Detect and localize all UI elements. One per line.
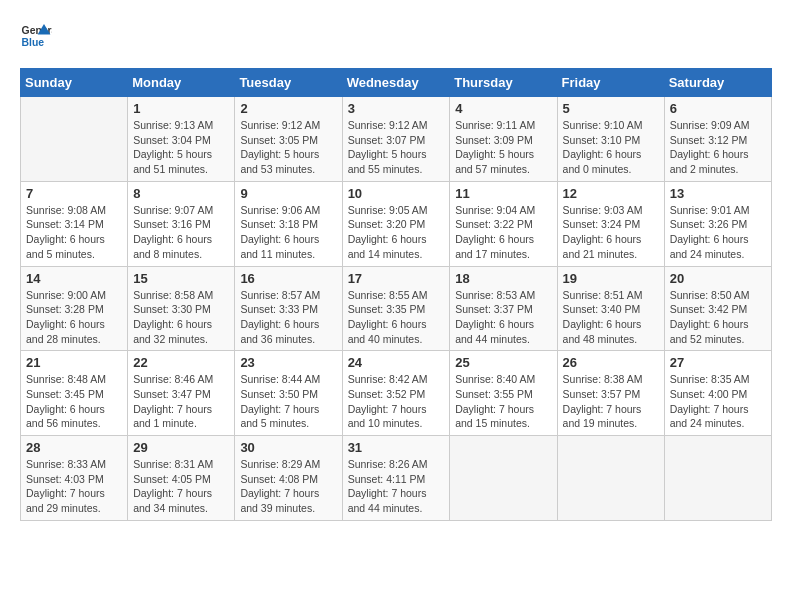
- day-number: 7: [26, 186, 122, 201]
- day-cell: 30Sunrise: 8:29 AMSunset: 4:08 PMDayligh…: [235, 436, 342, 521]
- day-info: Sunrise: 8:42 AMSunset: 3:52 PMDaylight:…: [348, 372, 445, 431]
- day-cell: [450, 436, 557, 521]
- week-row-2: 7Sunrise: 9:08 AMSunset: 3:14 PMDaylight…: [21, 181, 772, 266]
- day-number: 22: [133, 355, 229, 370]
- day-cell: 21Sunrise: 8:48 AMSunset: 3:45 PMDayligh…: [21, 351, 128, 436]
- day-info: Sunrise: 8:58 AMSunset: 3:30 PMDaylight:…: [133, 288, 229, 347]
- day-info: Sunrise: 8:55 AMSunset: 3:35 PMDaylight:…: [348, 288, 445, 347]
- day-number: 27: [670, 355, 766, 370]
- day-number: 20: [670, 271, 766, 286]
- day-cell: 7Sunrise: 9:08 AMSunset: 3:14 PMDaylight…: [21, 181, 128, 266]
- day-number: 2: [240, 101, 336, 116]
- day-info: Sunrise: 9:01 AMSunset: 3:26 PMDaylight:…: [670, 203, 766, 262]
- day-number: 25: [455, 355, 551, 370]
- day-info: Sunrise: 9:12 AMSunset: 3:07 PMDaylight:…: [348, 118, 445, 177]
- day-number: 1: [133, 101, 229, 116]
- day-info: Sunrise: 9:08 AMSunset: 3:14 PMDaylight:…: [26, 203, 122, 262]
- day-info: Sunrise: 8:48 AMSunset: 3:45 PMDaylight:…: [26, 372, 122, 431]
- day-cell: 3Sunrise: 9:12 AMSunset: 3:07 PMDaylight…: [342, 97, 450, 182]
- day-number: 19: [563, 271, 659, 286]
- day-cell: 18Sunrise: 8:53 AMSunset: 3:37 PMDayligh…: [450, 266, 557, 351]
- day-cell: 5Sunrise: 9:10 AMSunset: 3:10 PMDaylight…: [557, 97, 664, 182]
- day-number: 15: [133, 271, 229, 286]
- day-cell: 2Sunrise: 9:12 AMSunset: 3:05 PMDaylight…: [235, 97, 342, 182]
- day-number: 31: [348, 440, 445, 455]
- header-tuesday: Tuesday: [235, 69, 342, 97]
- day-cell: 28Sunrise: 8:33 AMSunset: 4:03 PMDayligh…: [21, 436, 128, 521]
- day-info: Sunrise: 9:10 AMSunset: 3:10 PMDaylight:…: [563, 118, 659, 177]
- day-number: 13: [670, 186, 766, 201]
- day-info: Sunrise: 8:38 AMSunset: 3:57 PMDaylight:…: [563, 372, 659, 431]
- day-info: Sunrise: 8:31 AMSunset: 4:05 PMDaylight:…: [133, 457, 229, 516]
- header-friday: Friday: [557, 69, 664, 97]
- day-number: 5: [563, 101, 659, 116]
- day-info: Sunrise: 8:51 AMSunset: 3:40 PMDaylight:…: [563, 288, 659, 347]
- day-cell: 31Sunrise: 8:26 AMSunset: 4:11 PMDayligh…: [342, 436, 450, 521]
- day-number: 23: [240, 355, 336, 370]
- day-info: Sunrise: 8:50 AMSunset: 3:42 PMDaylight:…: [670, 288, 766, 347]
- day-number: 11: [455, 186, 551, 201]
- calendar-body: 1Sunrise: 9:13 AMSunset: 3:04 PMDaylight…: [21, 97, 772, 521]
- day-number: 8: [133, 186, 229, 201]
- day-cell: 16Sunrise: 8:57 AMSunset: 3:33 PMDayligh…: [235, 266, 342, 351]
- header-saturday: Saturday: [664, 69, 771, 97]
- week-row-5: 28Sunrise: 8:33 AMSunset: 4:03 PMDayligh…: [21, 436, 772, 521]
- day-cell: 15Sunrise: 8:58 AMSunset: 3:30 PMDayligh…: [128, 266, 235, 351]
- day-cell: 13Sunrise: 9:01 AMSunset: 3:26 PMDayligh…: [664, 181, 771, 266]
- day-cell: 20Sunrise: 8:50 AMSunset: 3:42 PMDayligh…: [664, 266, 771, 351]
- day-info: Sunrise: 9:07 AMSunset: 3:16 PMDaylight:…: [133, 203, 229, 262]
- day-cell: 19Sunrise: 8:51 AMSunset: 3:40 PMDayligh…: [557, 266, 664, 351]
- day-number: 10: [348, 186, 445, 201]
- day-cell: [664, 436, 771, 521]
- day-info: Sunrise: 9:00 AMSunset: 3:28 PMDaylight:…: [26, 288, 122, 347]
- day-info: Sunrise: 9:06 AMSunset: 3:18 PMDaylight:…: [240, 203, 336, 262]
- day-cell: 11Sunrise: 9:04 AMSunset: 3:22 PMDayligh…: [450, 181, 557, 266]
- logo: General Blue: [20, 20, 52, 52]
- day-cell: [21, 97, 128, 182]
- day-cell: 9Sunrise: 9:06 AMSunset: 3:18 PMDaylight…: [235, 181, 342, 266]
- week-row-4: 21Sunrise: 8:48 AMSunset: 3:45 PMDayligh…: [21, 351, 772, 436]
- day-number: 26: [563, 355, 659, 370]
- day-cell: [557, 436, 664, 521]
- calendar-header-row: SundayMondayTuesdayWednesdayThursdayFrid…: [21, 69, 772, 97]
- day-number: 3: [348, 101, 445, 116]
- day-info: Sunrise: 8:33 AMSunset: 4:03 PMDaylight:…: [26, 457, 122, 516]
- day-cell: 24Sunrise: 8:42 AMSunset: 3:52 PMDayligh…: [342, 351, 450, 436]
- day-cell: 27Sunrise: 8:35 AMSunset: 4:00 PMDayligh…: [664, 351, 771, 436]
- day-cell: 25Sunrise: 8:40 AMSunset: 3:55 PMDayligh…: [450, 351, 557, 436]
- day-number: 21: [26, 355, 122, 370]
- page-header: General Blue: [20, 20, 772, 52]
- day-info: Sunrise: 8:29 AMSunset: 4:08 PMDaylight:…: [240, 457, 336, 516]
- day-number: 12: [563, 186, 659, 201]
- week-row-1: 1Sunrise: 9:13 AMSunset: 3:04 PMDaylight…: [21, 97, 772, 182]
- day-cell: 12Sunrise: 9:03 AMSunset: 3:24 PMDayligh…: [557, 181, 664, 266]
- day-cell: 29Sunrise: 8:31 AMSunset: 4:05 PMDayligh…: [128, 436, 235, 521]
- day-cell: 14Sunrise: 9:00 AMSunset: 3:28 PMDayligh…: [21, 266, 128, 351]
- day-number: 18: [455, 271, 551, 286]
- day-info: Sunrise: 8:26 AMSunset: 4:11 PMDaylight:…: [348, 457, 445, 516]
- day-cell: 6Sunrise: 9:09 AMSunset: 3:12 PMDaylight…: [664, 97, 771, 182]
- day-info: Sunrise: 9:12 AMSunset: 3:05 PMDaylight:…: [240, 118, 336, 177]
- day-cell: 1Sunrise: 9:13 AMSunset: 3:04 PMDaylight…: [128, 97, 235, 182]
- day-cell: 8Sunrise: 9:07 AMSunset: 3:16 PMDaylight…: [128, 181, 235, 266]
- day-info: Sunrise: 9:11 AMSunset: 3:09 PMDaylight:…: [455, 118, 551, 177]
- day-number: 17: [348, 271, 445, 286]
- day-number: 24: [348, 355, 445, 370]
- day-number: 28: [26, 440, 122, 455]
- day-number: 4: [455, 101, 551, 116]
- day-cell: 4Sunrise: 9:11 AMSunset: 3:09 PMDaylight…: [450, 97, 557, 182]
- day-number: 29: [133, 440, 229, 455]
- calendar-table: SundayMondayTuesdayWednesdayThursdayFrid…: [20, 68, 772, 521]
- day-info: Sunrise: 8:44 AMSunset: 3:50 PMDaylight:…: [240, 372, 336, 431]
- day-info: Sunrise: 9:03 AMSunset: 3:24 PMDaylight:…: [563, 203, 659, 262]
- day-cell: 10Sunrise: 9:05 AMSunset: 3:20 PMDayligh…: [342, 181, 450, 266]
- day-number: 16: [240, 271, 336, 286]
- week-row-3: 14Sunrise: 9:00 AMSunset: 3:28 PMDayligh…: [21, 266, 772, 351]
- header-thursday: Thursday: [450, 69, 557, 97]
- day-info: Sunrise: 9:05 AMSunset: 3:20 PMDaylight:…: [348, 203, 445, 262]
- day-info: Sunrise: 8:46 AMSunset: 3:47 PMDaylight:…: [133, 372, 229, 431]
- day-info: Sunrise: 9:13 AMSunset: 3:04 PMDaylight:…: [133, 118, 229, 177]
- day-info: Sunrise: 9:04 AMSunset: 3:22 PMDaylight:…: [455, 203, 551, 262]
- header-wednesday: Wednesday: [342, 69, 450, 97]
- day-number: 6: [670, 101, 766, 116]
